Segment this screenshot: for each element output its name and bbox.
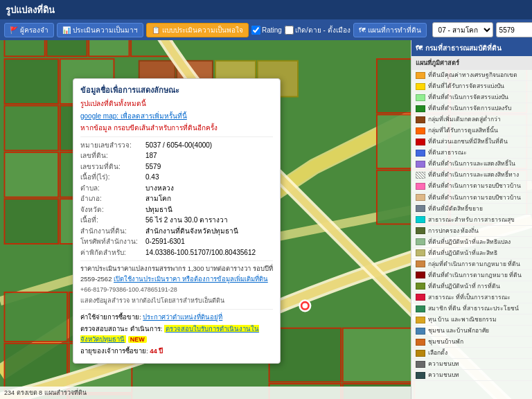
district-select[interactable]: 07 - สามโคก: [432, 22, 493, 37]
legend-item-10: ที่ดินที่ดำเนินการตามรอบปีชาวบ้าน: [411, 181, 532, 192]
legend-color-25: [416, 350, 425, 357]
legend-color-26: [416, 361, 425, 368]
field-area-full: เนื้อที่: 56 ไร่ 2 งาน 30.0 ตารางวา: [80, 215, 273, 226]
app-title: รูปแปลงที่ดิน: [6, 3, 55, 17]
value-combined-no: 5579: [145, 161, 161, 172]
legend-item-11: ที่ดินที่ดำเนินการตามรอบปีชาวบ้าน: [411, 193, 532, 204]
legend-item-3: ที่ดินที่ดำเนินการจัดการแปลงรับ: [411, 103, 532, 114]
legend-item-19: ที่ดินที่ปฏิบัติหน้าที่ การที่ดิน: [411, 281, 532, 292]
service-row: ค่าใช้จ่ายการซื้อขาย: ประกาศว่าตำแหน่งที…: [80, 312, 273, 323]
legend-color-12: [416, 205, 425, 212]
legend-item-15: ที่ดินที่ปฏิบัติหน้าที่และสิทธิแปลง: [411, 237, 532, 248]
label-coords: ค่าพิกัดสำหรับ:: [80, 247, 143, 258]
birth-death-checkbox[interactable]: [285, 26, 294, 35]
legend-color-3: [416, 105, 425, 112]
google-map-link[interactable]: google map: เพื่อลดสารเพิ่มหรั้นที่นี้: [80, 112, 187, 120]
legend-item-20: สาธารณะ ที่ที่เป็นการสาธารณะ: [411, 292, 532, 303]
map-container: ข้อมูลชื่อเพื่อการแสดงลักษณะ รูปแปลงที่ด…: [0, 40, 532, 399]
status-coords: 234 ตรงเขต 8 แผนสำรวจที่ดิน: [4, 388, 87, 398]
popup-subtitle1: รูปแปลงที่ดินทั้งหมดนี้: [80, 98, 273, 109]
toolbar-map-legend[interactable]: 🗺 แผนที่การทำที่ดิน: [353, 23, 427, 37]
rating-checkbox[interactable]: [251, 26, 260, 35]
svg-rect-18: [4, 106, 58, 151]
legend-item-6: ที่ดินส่วนเอกชนที่มีสิทธิ์ในที่ดิน: [411, 136, 532, 148]
legend-color-23: [416, 328, 425, 335]
label-area-full: เนื้อที่:: [80, 215, 143, 226]
legend-color-7: [416, 150, 425, 157]
svg-rect-16: [4, 59, 58, 104]
parcel-input[interactable]: [496, 22, 532, 37]
legend-item-2: ที่ดินที่ดำเนินการจัดสรรแบ่งปัน: [411, 92, 532, 103]
legend-item-21: สมาชิก ที่ดิน ที่สาธารณะประโยชน์: [411, 303, 532, 314]
field-combined-no: เลขรวมที่ดิน: 5579: [80, 161, 273, 172]
chart-icon: 📊: [62, 26, 71, 34]
legend-color-14: [416, 227, 425, 234]
toolbar-land-type[interactable]: 📋 แบบประเมินความเป็นพอใจ: [146, 23, 249, 37]
doc-icon: 📋: [152, 26, 160, 34]
toolbar-birth-death-check[interactable]: เกิด/ตาย - ตั้งเมือง: [285, 25, 351, 35]
legend-icon: 🗺: [416, 44, 423, 52]
popup-subtitle3: หากข้อมูล กรอบขีดเส้นสำหรับการที่ดินอีกค…: [80, 123, 273, 134]
field-district: อำเภอ: สามโคก: [80, 193, 273, 204]
legend-color-24: [416, 339, 425, 346]
svg-point-50: [302, 303, 308, 308]
legend-item-14: การปกครอง ท้องถิ่น: [411, 226, 532, 237]
legend-item-17: กลุ่มที่ดำเนินการตามกฎหมาย ที่ดิน: [411, 259, 532, 270]
svg-rect-30: [4, 292, 67, 342]
value-phone: 0-2591-6301: [145, 236, 185, 247]
legend-item-1: ที่ดินที่ได้รับการจัดสรรแบ่งปัน: [411, 81, 532, 92]
legend-color-6: [416, 139, 425, 145]
toolbar-ownership[interactable]: 🚩 ผู้ครองจำ: [4, 23, 54, 37]
legend-item-7: ที่ดินสาธารณะ: [411, 148, 532, 159]
field-province: จังหวัด: ปทุมธานี: [80, 204, 273, 215]
map-icon: 🗺: [359, 26, 366, 34]
label-survey: หมายเลขสำรวจ:: [80, 140, 143, 151]
price-link[interactable]: เปิดใช้งานประเมินราคา หรือต้องการข้อมูลเ…: [114, 275, 268, 283]
field-coords: ค่าพิกัดสำหรับ: 14.03386-100.51707/100.8…: [80, 247, 273, 258]
legend-color-19: [416, 283, 425, 290]
phone-info: +66-8179-79386-100.47865191-28: [80, 285, 273, 295]
value-coords: 14.03386-100.51707/100.80435612: [145, 247, 256, 258]
popup-subtitle2: google map: เพื่อลดสารเพิ่มหรั้นที่นี้: [80, 111, 273, 122]
legend-color-15: [416, 238, 425, 245]
legend-item-0: ที่ดินมีคุณค่าทางเศรษฐกิจนอกเขต: [411, 70, 532, 81]
service-link[interactable]: ประกาศว่าตำแหน่งที่ดินอยู่ที่: [143, 313, 222, 321]
legend-color-17: [416, 260, 425, 267]
legend-color-21: [416, 305, 425, 312]
divider1: [80, 136, 273, 137]
toolbar-rating-check[interactable]: Rating: [251, 26, 282, 35]
label-parcel-no: เลขที่ดิน:: [80, 150, 143, 161]
service-info-row: ตรวจสอบสถานะ ดำเนินการ: ตรวจสอบใบรับการด…: [80, 324, 273, 345]
svg-rect-37: [343, 328, 415, 382]
legend-color-2: [416, 94, 425, 101]
legend-item-13: สาธารณะสำหรับ การสาธารณสุข: [411, 215, 532, 226]
more-info: แสดงข้อมูลสำรวจ หากต้องไปโดยสารสำหรับเอ็…: [80, 296, 273, 306]
value-area-full: 56 ไร่ 2 งาน 30.0 ตารางวา: [145, 215, 228, 226]
age-value: 44 ปี: [150, 347, 163, 355]
legend-item-25: เลือกตั้ง: [411, 348, 532, 359]
legend-header: 🗺 กรมที่สาธารณสมบัติที่ดิน: [411, 40, 532, 56]
legend-item-22: ทุน บ้าน และพาณิชยกรรม: [411, 314, 532, 326]
new-badge: NEW: [128, 336, 147, 343]
legend-section-title: แผนที่ภูมิศาสตร์: [411, 56, 532, 70]
legend-color-20: [416, 294, 425, 301]
field-area-rai: เนื้อที่(ไร่): 0.43: [80, 172, 273, 183]
flag-icon: 🚩: [10, 26, 18, 34]
label-combined-no: เลขรวมที่ดิน:: [80, 161, 143, 172]
legend-item-24: ชุมชนบ้านพัก: [411, 337, 532, 348]
popup-title: ข้อมูลชื่อเพื่อการแสดงลักษณะ: [80, 85, 273, 96]
field-office: สำนักงานที่ดิน: สำนักงานที่ดินจังหวัดปทุ…: [80, 226, 273, 237]
toolbar-land-value[interactable]: 📊 ประเมินความเป็นมาฯ: [57, 23, 143, 37]
legend-item-18: ที่ดินที่ดำเนินการตามกฎหมาย ที่ดิน: [411, 270, 532, 281]
label-area-rai: เนื้อที่(ไร่):: [80, 172, 143, 183]
field-parcel-no: เลขที่ดิน: 187: [80, 150, 273, 161]
legend-color-16: [416, 249, 425, 256]
label-office: สำนักงานที่ดิน:: [80, 226, 143, 237]
legend-pattern-9: [416, 172, 425, 179]
legend-color-4: [416, 116, 425, 123]
legend-color-11: [416, 194, 425, 201]
legend-item-23: ชุมชน และบ้านพักอาศัย: [411, 326, 532, 337]
status-bar: 234 ตรงเขต 8 แผนสำรวจที่ดิน: [0, 387, 411, 399]
field-phone: โทรศัพท์สำนักงาน: 0-2591-6301: [80, 236, 273, 247]
value-province: ปทุมธานี: [145, 204, 172, 215]
